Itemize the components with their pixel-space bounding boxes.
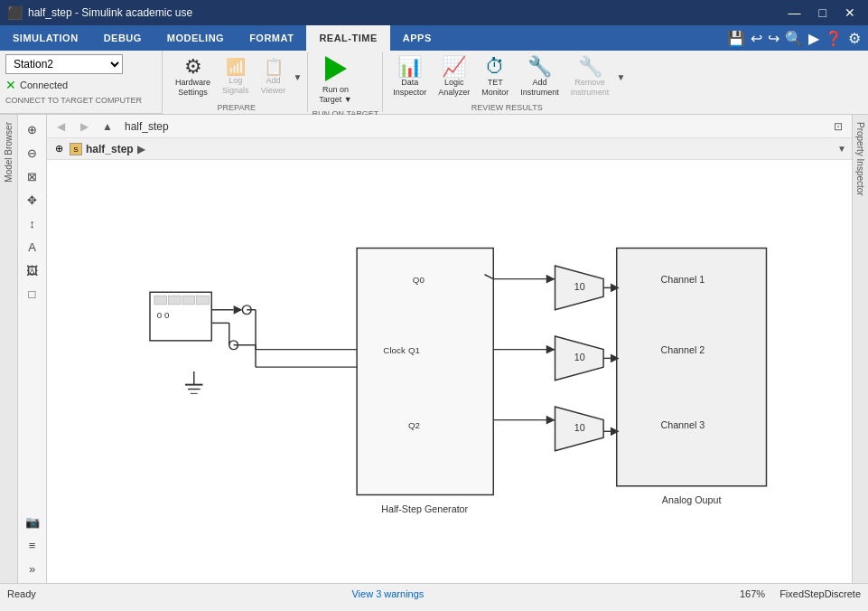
add-instrument-label: AddInstrument — [520, 78, 559, 98]
logic-analyzer-button[interactable]: 📈 LogicAnalyzer — [433, 54, 475, 100]
remove-instrument-button[interactable]: 🔧 RemoveInstrument — [565, 54, 615, 100]
close-button[interactable]: ✕ — [839, 4, 861, 22]
canvas-wrapper: ◀ ▶ ▲ half_step ⊡ ⊕ S half_step ▶ ▼ — [47, 115, 852, 583]
list-button[interactable]: ≡ — [21, 534, 44, 556]
menu-simulation[interactable]: SIMULATION — [0, 25, 91, 51]
app-icon: ⬛ — [7, 5, 23, 20]
svg-text:Analog Ouput: Analog Ouput — [662, 494, 722, 505]
diagram-canvas[interactable]: 0 0 — [47, 160, 852, 583]
connected-icon: ✕ — [5, 78, 16, 92]
add-instrument-button[interactable]: 🔧 AddInstrument — [515, 54, 565, 100]
hardware-settings-label: HardwareSettings — [175, 78, 210, 98]
svg-marker-40 — [546, 275, 555, 284]
hardware-settings-button[interactable]: ⚙ HardwareSettings — [170, 54, 216, 100]
expand-bottom-button[interactable]: » — [21, 558, 44, 579]
svg-text:10: 10 — [574, 352, 585, 362]
maximize-button[interactable]: □ — [814, 4, 832, 22]
log-signals-button[interactable]: 📶 LogSignals — [217, 56, 255, 99]
title-bar: ⬛ half_step - Simulink academic use — □ … — [0, 0, 868, 25]
tet-monitor-label: TETMonitor — [481, 78, 509, 98]
menu-realtime[interactable]: REAL-TIME — [306, 25, 389, 51]
run-on-target-label: Run onTarget ▼ — [319, 85, 351, 105]
status-right: 167% FixedStepDiscrete — [740, 588, 861, 599]
logic-analyzer-label: LogicAnalyzer — [438, 78, 470, 98]
property-inspector-label[interactable]: Property Inspector — [854, 115, 867, 203]
image-button[interactable]: 🖼 — [21, 259, 44, 281]
gear-icon: ⚙ — [184, 57, 202, 77]
toolbar-icon-save[interactable]: 💾 — [727, 30, 745, 47]
model-browser-sidebar: Model Browser — [0, 115, 18, 583]
zoom-out-button[interactable]: ⊖ — [21, 142, 44, 164]
svg-rect-4 — [197, 296, 210, 305]
review-buttons: 📊 DataInspector 📈 LogicAnalyzer ⏱ TETMon… — [387, 52, 626, 101]
menu-format[interactable]: FORMAT — [237, 25, 306, 51]
breadcrumb: half_step — [125, 120, 169, 133]
run-buttons: Run onTarget ▼ — [313, 52, 379, 108]
log-signals-label: LogSignals — [222, 76, 249, 96]
pan-button[interactable]: ✥ — [21, 189, 44, 211]
toolbar-icon-help[interactable]: ❓ — [825, 30, 843, 47]
menu-debug[interactable]: DEBUG — [91, 25, 154, 51]
zoom-in-button[interactable]: ⊕ — [21, 118, 44, 140]
station-panel: Station2 ✕ Connected CONNECT TO TARGET C… — [0, 51, 163, 114]
add-viewer-button[interactable]: 📋 AddViewer — [256, 56, 292, 99]
input-block: 0 0 — [150, 292, 357, 393]
gain2-block[interactable]: 10 — [555, 336, 604, 381]
station-select[interactable]: Station2 — [5, 54, 123, 74]
text-button[interactable]: A — [21, 236, 44, 258]
arrow-button[interactable]: ↕ — [21, 212, 44, 234]
model-browser-collapse[interactable]: ▼ — [837, 144, 846, 154]
svg-text:Q2: Q2 — [408, 420, 420, 430]
menu-apps[interactable]: APPS — [390, 25, 444, 51]
connect-to-label: CONNECT TO TARGET COMPUTER — [5, 96, 156, 105]
camera-button[interactable]: 📷 — [21, 511, 44, 532]
minimize-button[interactable]: — — [783, 4, 807, 22]
data-inspector-icon: 📊 — [397, 57, 422, 77]
tet-monitor-icon: ⏱ — [485, 57, 505, 77]
prepare-expand-button[interactable]: ▼ — [293, 54, 303, 99]
title-bar-controls[interactable]: — □ ✕ — [783, 4, 861, 22]
gain3-block[interactable]: 10 — [555, 407, 604, 451]
svg-text:Channel 2: Channel 2 — [660, 345, 705, 356]
status-bar: Ready View 3 warnings 167% FixedStepDisc… — [0, 583, 868, 603]
fit-view-button[interactable]: ⊠ — [21, 165, 44, 187]
svg-text:Q1: Q1 — [408, 346, 420, 356]
toolbar-icon-settings[interactable]: ⚙ — [848, 30, 861, 47]
svg-text:10: 10 — [574, 422, 585, 433]
review-expand-button[interactable]: ▼ — [615, 54, 626, 99]
model-name: half_step — [86, 143, 134, 155]
prepare-buttons: ⚙ HardwareSettings 📶 LogSignals 📋 AddVie… — [170, 52, 303, 101]
run-on-target-button[interactable]: Run onTarget ▼ — [313, 52, 359, 108]
analog-output-block[interactable]: Channel 1 Channel 2 Channel 3 Analog Oup… — [617, 249, 767, 506]
half-step-gen-block[interactable]: Q0 Q1 Q2 Clock Half-Step Generator — [357, 249, 493, 515]
gain1-block[interactable]: 10 — [555, 266, 604, 310]
property-inspector-panel: Property Inspector — [852, 115, 868, 583]
data-inspector-button[interactable]: 📊 DataInspector — [387, 54, 432, 100]
menu-modeling[interactable]: MODELING — [154, 25, 237, 51]
canvas-expand-button[interactable]: ⊡ — [828, 117, 848, 136]
diagram-svg: 0 0 — [47, 160, 852, 583]
toolbar-icon-undo[interactable]: ↩ — [751, 30, 762, 47]
remove-instrument-label: RemoveInstrument — [571, 78, 610, 98]
toolbar-icon-more[interactable]: ▶ — [808, 30, 819, 47]
model-expand-button[interactable]: ⊕ — [52, 142, 66, 155]
svg-rect-3 — [182, 296, 195, 305]
forward-button[interactable]: ▶ — [74, 117, 94, 136]
warnings-link[interactable]: View 3 warnings — [43, 588, 733, 599]
back-button[interactable]: ◀ — [51, 117, 70, 136]
rect-button[interactable]: □ — [21, 283, 44, 305]
zoom-level: 167% — [740, 588, 765, 599]
svg-marker-49 — [546, 416, 555, 425]
wifi-icon: 📶 — [226, 59, 246, 75]
svg-rect-22 — [357, 249, 493, 495]
toolbar-icon-search[interactable]: 🔍 — [785, 30, 803, 47]
solver-type: FixedStepDiscrete — [779, 588, 861, 599]
tet-monitor-button[interactable]: ⏱ TETMonitor — [476, 54, 514, 100]
svg-marker-7 — [234, 306, 243, 315]
model-breadcrumb-arrow: ▶ — [137, 143, 145, 155]
review-label: REVIEW RESULTS — [387, 101, 626, 112]
up-button[interactable]: ▲ — [98, 117, 117, 136]
breadcrumb-item[interactable]: half_step — [125, 120, 169, 133]
model-browser-label[interactable]: Model Browser — [2, 115, 15, 190]
toolbar-icon-redo[interactable]: ↪ — [768, 30, 779, 47]
